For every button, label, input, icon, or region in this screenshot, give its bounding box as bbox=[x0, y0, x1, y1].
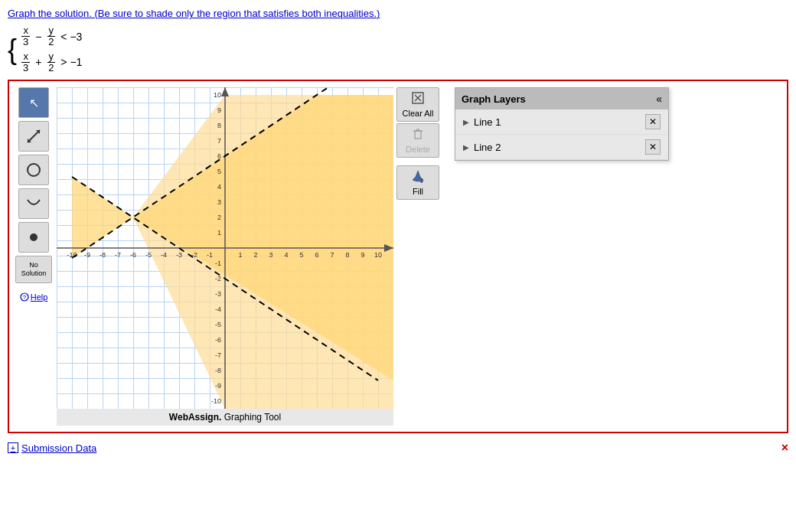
help-link[interactable]: ? Help bbox=[20, 292, 48, 302]
page-container: Graph the solution. (Be sure to shade on… bbox=[8, 8, 788, 455]
svg-text:3: 3 bbox=[269, 251, 272, 259]
svg-text:-1: -1 bbox=[207, 251, 213, 259]
layers-collapse-button[interactable]: « bbox=[656, 93, 662, 105]
svg-text:3: 3 bbox=[217, 198, 221, 206]
eq1-rel: < −3 bbox=[57, 31, 82, 43]
curve-tool[interactable] bbox=[18, 188, 49, 219]
svg-text:-9: -9 bbox=[215, 382, 221, 390]
no-solution-tool[interactable]: NoSolution bbox=[15, 256, 52, 283]
layer-line2: ▶ Line 2 ✕ bbox=[455, 135, 668, 160]
footer-text: Graphing Tool bbox=[224, 412, 282, 423]
svg-text:2: 2 bbox=[217, 214, 221, 221]
circle-tool[interactable] bbox=[18, 155, 49, 185]
svg-text:7: 7 bbox=[330, 251, 334, 259]
point-tool-icon bbox=[25, 229, 42, 246]
svg-text:5: 5 bbox=[217, 168, 221, 175]
close-button[interactable]: × bbox=[781, 441, 788, 455]
select-tool[interactable]: ↖ bbox=[18, 87, 49, 118]
clear-all-button[interactable]: Clear All bbox=[396, 87, 439, 122]
fill-button[interactable]: Fill bbox=[396, 165, 439, 200]
svg-text:7: 7 bbox=[217, 137, 221, 145]
svg-marker-8 bbox=[72, 177, 133, 258]
y-axis-arrow-up bbox=[221, 87, 229, 96]
circle-tool-icon bbox=[25, 162, 42, 178]
delete-icon bbox=[411, 127, 425, 143]
help-label: Help bbox=[31, 292, 48, 302]
layers-panel: Graph Layers « ▶ Line 1 ✕ ▶ Line 2 ✕ bbox=[455, 87, 669, 161]
graph-outer: -10 -9 -8 -7 -6 -5 -4 -3 -2 -1 1 2 bbox=[57, 87, 439, 426]
svg-point-4 bbox=[30, 233, 38, 241]
svg-text:-3: -3 bbox=[215, 290, 221, 298]
frac-x-3-eq2: x 3 bbox=[21, 51, 30, 74]
frac-x-3: x 3 bbox=[21, 25, 30, 48]
bottom-section: + Submission Data × bbox=[8, 441, 788, 455]
svg-text:1: 1 bbox=[238, 251, 242, 259]
svg-text:4: 4 bbox=[217, 183, 221, 191]
equation-1: x 3 − y 2 < −3 bbox=[21, 25, 82, 48]
layer-line2-arrow[interactable]: ▶ bbox=[463, 143, 469, 152]
equation-system: { x 3 − y 2 < −3 x 3 + bbox=[8, 25, 788, 73]
layer-line1: ▶ Line 1 ✕ bbox=[455, 109, 668, 135]
layer-line1-arrow[interactable]: ▶ bbox=[463, 118, 469, 126]
brace-symbol: { bbox=[8, 36, 17, 64]
equation-lines: x 3 − y 2 < −3 x 3 + y 2 bbox=[21, 25, 82, 73]
instructions: Graph the solution. (Be sure to shade on… bbox=[8, 8, 788, 19]
svg-text:-7: -7 bbox=[215, 351, 221, 359]
layer-line1-remove[interactable]: ✕ bbox=[645, 114, 661, 129]
layer-line1-left: ▶ Line 1 bbox=[463, 116, 501, 128]
svg-text:1: 1 bbox=[217, 229, 221, 237]
line-tool[interactable] bbox=[18, 121, 49, 152]
instruction-text: Graph the solution. (Be sure to shade on… bbox=[8, 8, 380, 19]
help-icon: ? bbox=[20, 292, 29, 302]
clear-icon-svg bbox=[411, 91, 425, 105]
layers-title: Graph Layers bbox=[462, 93, 526, 105]
svg-text:8: 8 bbox=[345, 251, 349, 259]
svg-text:-4: -4 bbox=[161, 251, 167, 259]
svg-text:-3: -3 bbox=[176, 251, 182, 259]
footer-brand: WebAssign. bbox=[169, 412, 221, 423]
eq1-op: − bbox=[32, 31, 44, 43]
curve-tool-icon bbox=[25, 195, 42, 212]
graph-canvas[interactable]: -10 -9 -8 -7 -6 -5 -4 -3 -2 -1 1 2 bbox=[57, 87, 393, 409]
submission-plus-icon: + bbox=[8, 442, 18, 453]
trash-icon-svg bbox=[411, 127, 425, 141]
submission-data-label: Submission Data bbox=[21, 442, 96, 454]
svg-text:-4: -4 bbox=[215, 305, 221, 313]
layers-header: Graph Layers « bbox=[455, 88, 668, 109]
toolbar: ↖ bbox=[15, 87, 52, 302]
delete-label: Delete bbox=[406, 145, 430, 154]
equation-2: x 3 + y 2 > −1 bbox=[21, 51, 82, 74]
svg-text:-5: -5 bbox=[215, 321, 221, 328]
eq2-rel: > −1 bbox=[57, 56, 82, 68]
svg-text:9: 9 bbox=[360, 251, 364, 259]
point-tool[interactable] bbox=[18, 222, 49, 253]
graph-svg: -10 -9 -8 -7 -6 -5 -4 -3 -2 -1 1 2 bbox=[57, 87, 393, 409]
svg-text:2: 2 bbox=[253, 251, 257, 259]
svg-text:-1: -1 bbox=[215, 259, 221, 267]
svg-text:6: 6 bbox=[217, 152, 221, 160]
svg-point-3 bbox=[28, 164, 40, 176]
svg-text:?: ? bbox=[22, 294, 26, 301]
fill-icon-svg bbox=[411, 169, 425, 183]
line-tool-icon bbox=[25, 128, 42, 145]
svg-text:6: 6 bbox=[315, 251, 318, 259]
delete-button[interactable]: Delete bbox=[396, 123, 439, 158]
graph-area[interactable]: -10 -9 -8 -7 -6 -5 -4 -3 -2 -1 1 2 bbox=[57, 87, 393, 426]
layer-line2-remove[interactable]: ✕ bbox=[645, 139, 661, 155]
layer-line1-label: Line 1 bbox=[474, 116, 501, 128]
frac-y-2-eq2: y 2 bbox=[47, 51, 55, 74]
svg-text:-6: -6 bbox=[130, 251, 136, 259]
svg-text:9: 9 bbox=[217, 106, 221, 114]
eq2-op: + bbox=[32, 56, 44, 68]
svg-text:-8: -8 bbox=[100, 251, 106, 259]
svg-text:10: 10 bbox=[374, 251, 382, 259]
submission-data-link[interactable]: + Submission Data bbox=[8, 442, 96, 454]
svg-text:-5: -5 bbox=[145, 251, 152, 259]
svg-rect-53 bbox=[415, 131, 421, 139]
svg-text:5: 5 bbox=[299, 251, 303, 259]
svg-text:-9: -9 bbox=[84, 251, 90, 259]
layer-line2-label: Line 2 bbox=[474, 142, 501, 153]
frac-y-2-eq1: y 2 bbox=[47, 25, 55, 48]
right-panel: Clear All Delete bbox=[396, 87, 439, 426]
svg-text:8: 8 bbox=[217, 122, 221, 129]
